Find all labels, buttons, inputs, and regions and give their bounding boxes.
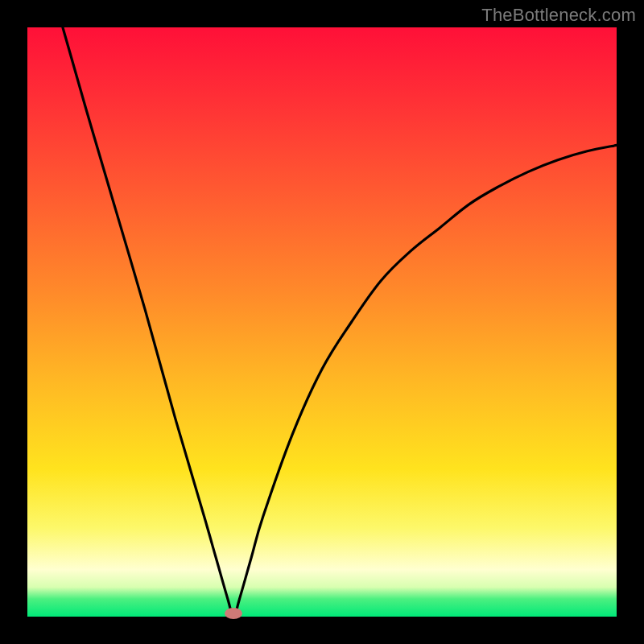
bottleneck-marker — [225, 608, 242, 619]
bottleneck-curve — [27, 27, 617, 617]
chart-frame: TheBottleneck.com — [0, 0, 644, 644]
plot-area — [27, 27, 617, 617]
watermark-text: TheBottleneck.com — [481, 5, 636, 26]
curve-path — [63, 27, 617, 617]
